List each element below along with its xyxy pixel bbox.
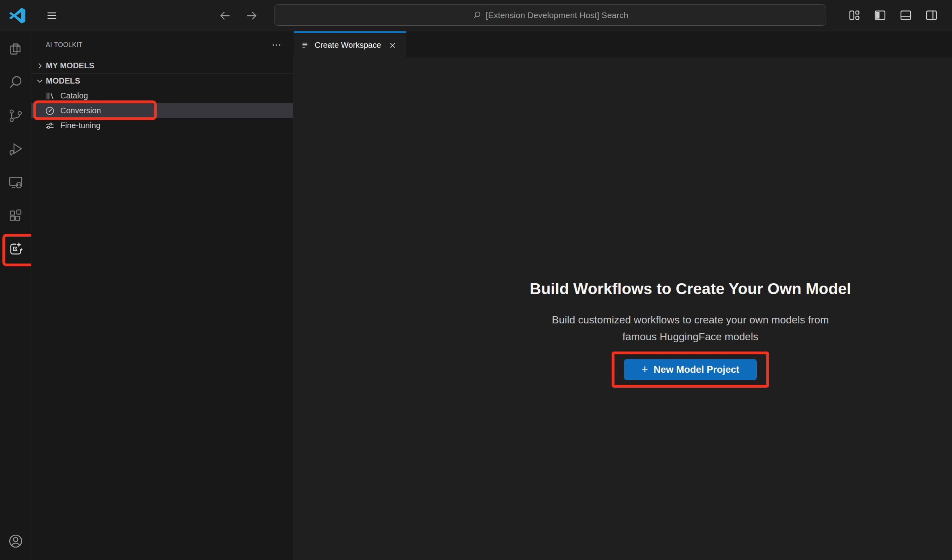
- activity-explorer[interactable]: [0, 32, 31, 65]
- toggle-primary-sidebar-icon[interactable]: [873, 7, 887, 23]
- activity-ai-toolkit[interactable]: [0, 232, 31, 266]
- command-center-search[interactable]: [Extension Development Host] Search: [274, 4, 826, 26]
- toggle-panel-icon[interactable]: [899, 7, 913, 23]
- activity-source-control[interactable]: [0, 99, 31, 132]
- source-control-icon: [8, 108, 24, 124]
- section-label: MY MODELS: [46, 61, 94, 70]
- debug-icon: [8, 141, 24, 157]
- layout-controls: [847, 7, 939, 23]
- tree-item-label: Catalog: [60, 91, 88, 100]
- activity-extensions[interactable]: [0, 199, 31, 232]
- search-icon: [472, 10, 482, 20]
- vscode-logo: [9, 8, 25, 24]
- toggle-secondary-sidebar-icon[interactable]: [924, 7, 939, 23]
- hamburger-menu-icon[interactable]: [43, 8, 60, 23]
- plus-icon: +: [641, 364, 648, 375]
- sidebar-header: AI TOOLKIT: [31, 31, 293, 58]
- close-icon[interactable]: [387, 39, 399, 51]
- vscode-window: [Extension Development Host] Search: [0, 0, 952, 560]
- chevron-down-icon: [35, 76, 45, 86]
- accounts-button[interactable]: [0, 531, 31, 551]
- account-icon: [7, 533, 24, 550]
- section-my-models[interactable]: MY MODELS: [31, 58, 293, 73]
- customize-layout-icon[interactable]: [847, 7, 862, 23]
- tree-item-catalog[interactable]: Catalog: [31, 88, 293, 103]
- editor-group: Create Workspace Build Workflows to Crea…: [293, 31, 952, 560]
- tree-item-label: Conversion: [60, 106, 101, 115]
- button-label: New Model Project: [653, 364, 739, 375]
- editor-content: Build Workflows to Create Your Own Model…: [293, 57, 952, 560]
- settings-sliders-icon: [44, 120, 55, 131]
- title-bar: [Extension Development Host] Search: [0, 0, 952, 31]
- activity-remote-explorer[interactable]: [0, 166, 31, 199]
- section-models[interactable]: MODELS: [31, 74, 293, 88]
- sidebar-title: AI TOOLKIT: [46, 41, 271, 49]
- activity-search[interactable]: [0, 65, 31, 99]
- library-icon: [44, 90, 55, 102]
- nav-forward-icon[interactable]: [244, 8, 260, 23]
- search-icon: [8, 74, 24, 90]
- more-actions-button[interactable]: [271, 40, 282, 50]
- dashboard-icon: [44, 105, 55, 116]
- ai-toolkit-icon: [7, 241, 24, 258]
- annotation-box-new-model-project: + New Model Project: [612, 352, 769, 388]
- tree-item-fine-tuning[interactable]: Fine-tuning: [31, 118, 293, 133]
- new-model-project-button[interactable]: + New Model Project: [624, 359, 757, 380]
- tab-label: Create Workspace: [315, 41, 381, 50]
- tree-item-label: Fine-tuning: [60, 121, 100, 130]
- section-label: MODELS: [46, 76, 80, 86]
- hero-block: Build Workflows to Create Your Own Model…: [510, 279, 871, 388]
- remote-explorer-icon: [8, 174, 24, 190]
- sidebar-ai-toolkit: AI TOOLKIT MY MODELS MODELS Cat: [31, 31, 293, 560]
- hero-subtitle: Build customized workflows to create you…: [510, 311, 871, 345]
- nav-back-icon[interactable]: [217, 8, 233, 23]
- tab-create-workspace[interactable]: Create Workspace: [294, 31, 406, 57]
- activity-run-debug[interactable]: [0, 132, 31, 166]
- search-placeholder: [Extension Development Host] Search: [486, 10, 629, 20]
- chevron-right-icon: [35, 61, 45, 71]
- tree-item-conversion[interactable]: Conversion: [31, 103, 293, 118]
- extensions-icon: [8, 208, 24, 224]
- files-icon: [8, 41, 24, 57]
- list-icon: [301, 41, 310, 50]
- activity-bar: [0, 31, 31, 560]
- ellipsis-icon: [271, 40, 282, 50]
- hero-heading: Build Workflows to Create Your Own Model: [510, 279, 871, 298]
- tab-bar: Create Workspace: [293, 31, 952, 57]
